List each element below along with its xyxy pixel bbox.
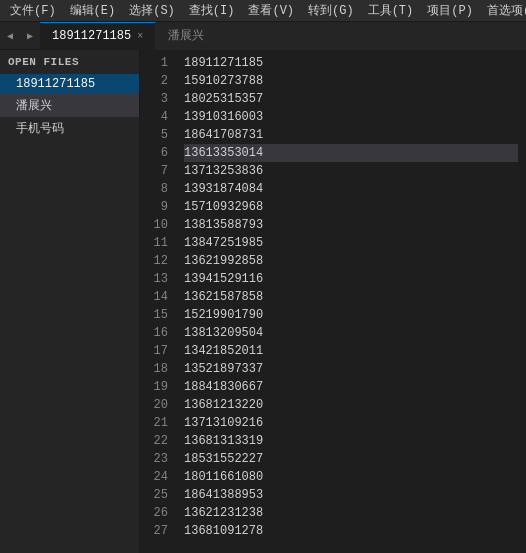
code-line-26: 13621231238 bbox=[184, 504, 518, 522]
line-number-13: 13 bbox=[140, 270, 168, 288]
line-number-12: 12 bbox=[140, 252, 168, 270]
tabbar: ◀ ▶ 18911271185 × 潘展兴 bbox=[0, 22, 526, 50]
line-number-21: 21 bbox=[140, 414, 168, 432]
sidebar-item-2[interactable]: 手机号码 bbox=[0, 117, 139, 140]
line-number-22: 22 bbox=[140, 432, 168, 450]
line-number-2: 2 bbox=[140, 72, 168, 90]
code-content[interactable]: 1891127118515910273788180253153571391031… bbox=[176, 50, 526, 553]
code-line-23: 18531552227 bbox=[184, 450, 518, 468]
menubar: 文件(F) 编辑(E) 选择(S) 查找(I) 查看(V) 转到(G) 工具(T… bbox=[0, 0, 526, 22]
menu-preferences[interactable]: 首选项(N) bbox=[481, 0, 526, 21]
menu-find[interactable]: 查找(I) bbox=[183, 0, 241, 21]
code-line-20: 13681213220 bbox=[184, 396, 518, 414]
line-number-15: 15 bbox=[140, 306, 168, 324]
line-number-18: 18 bbox=[140, 360, 168, 378]
code-line-27: 13681091278 bbox=[184, 522, 518, 540]
line-number-3: 3 bbox=[140, 90, 168, 108]
menu-file[interactable]: 文件(F) bbox=[4, 0, 62, 21]
line-number-19: 19 bbox=[140, 378, 168, 396]
code-line-19: 18841830667 bbox=[184, 378, 518, 396]
code-line-25: 18641388953 bbox=[184, 486, 518, 504]
line-number-16: 16 bbox=[140, 324, 168, 342]
code-line-11: 13847251985 bbox=[184, 234, 518, 252]
code-line-3: 18025315357 bbox=[184, 90, 518, 108]
code-line-21: 13713109216 bbox=[184, 414, 518, 432]
menu-project[interactable]: 项目(P) bbox=[421, 0, 479, 21]
sidebar-header: OPEN FILES bbox=[0, 50, 139, 74]
code-line-6: 13613353014 bbox=[184, 144, 518, 162]
code-line-8: 13931874084 bbox=[184, 180, 518, 198]
tab-right-label: 潘展兴 bbox=[156, 22, 526, 50]
menu-tools[interactable]: 工具(T) bbox=[362, 0, 420, 21]
tab-label: 18911271185 bbox=[52, 29, 131, 43]
menu-select[interactable]: 选择(S) bbox=[123, 0, 181, 21]
main-layout: OPEN FILES 18911271185 潘展兴 手机号码 12345678… bbox=[0, 50, 526, 553]
line-numbers: 1234567891011121314151617181920212223242… bbox=[140, 50, 176, 553]
menu-view[interactable]: 查看(V) bbox=[242, 0, 300, 21]
line-number-14: 14 bbox=[140, 288, 168, 306]
line-number-20: 20 bbox=[140, 396, 168, 414]
code-line-1: 18911271185 bbox=[184, 54, 518, 72]
code-line-13: 13941529116 bbox=[184, 270, 518, 288]
code-line-18: 13521897337 bbox=[184, 360, 518, 378]
line-number-6: 6 bbox=[140, 144, 168, 162]
code-line-16: 13813209504 bbox=[184, 324, 518, 342]
line-number-17: 17 bbox=[140, 342, 168, 360]
code-line-5: 18641708731 bbox=[184, 126, 518, 144]
code-line-15: 15219901790 bbox=[184, 306, 518, 324]
editor-area: 1234567891011121314151617181920212223242… bbox=[140, 50, 526, 553]
line-number-26: 26 bbox=[140, 504, 168, 522]
line-number-11: 11 bbox=[140, 234, 168, 252]
code-line-12: 13621992858 bbox=[184, 252, 518, 270]
tab-close-button[interactable]: × bbox=[137, 31, 143, 42]
line-number-9: 9 bbox=[140, 198, 168, 216]
line-number-25: 25 bbox=[140, 486, 168, 504]
code-line-14: 13621587858 bbox=[184, 288, 518, 306]
code-line-7: 13713253836 bbox=[184, 162, 518, 180]
line-number-24: 24 bbox=[140, 468, 168, 486]
sidebar: OPEN FILES 18911271185 潘展兴 手机号码 bbox=[0, 50, 140, 553]
code-line-24: 18011661080 bbox=[184, 468, 518, 486]
line-number-27: 27 bbox=[140, 522, 168, 540]
code-line-2: 15910273788 bbox=[184, 72, 518, 90]
tab-nav-next[interactable]: ▶ bbox=[20, 22, 40, 50]
sidebar-item-0[interactable]: 18911271185 bbox=[0, 74, 139, 94]
menu-goto[interactable]: 转到(G) bbox=[302, 0, 360, 21]
line-number-23: 23 bbox=[140, 450, 168, 468]
code-line-4: 13910316003 bbox=[184, 108, 518, 126]
code-line-10: 13813588793 bbox=[184, 216, 518, 234]
code-line-22: 13681313319 bbox=[184, 432, 518, 450]
code-line-9: 15710932968 bbox=[184, 198, 518, 216]
tab-nav-prev[interactable]: ◀ bbox=[0, 22, 20, 50]
line-number-5: 5 bbox=[140, 126, 168, 144]
line-number-1: 1 bbox=[140, 54, 168, 72]
menu-edit[interactable]: 编辑(E) bbox=[64, 0, 122, 21]
line-number-7: 7 bbox=[140, 162, 168, 180]
sidebar-item-1[interactable]: 潘展兴 bbox=[0, 94, 139, 117]
line-number-8: 8 bbox=[140, 180, 168, 198]
code-line-17: 13421852011 bbox=[184, 342, 518, 360]
line-number-4: 4 bbox=[140, 108, 168, 126]
line-number-10: 10 bbox=[140, 216, 168, 234]
tab-active[interactable]: 18911271185 × bbox=[40, 22, 156, 50]
editor-content: 1234567891011121314151617181920212223242… bbox=[140, 50, 526, 553]
